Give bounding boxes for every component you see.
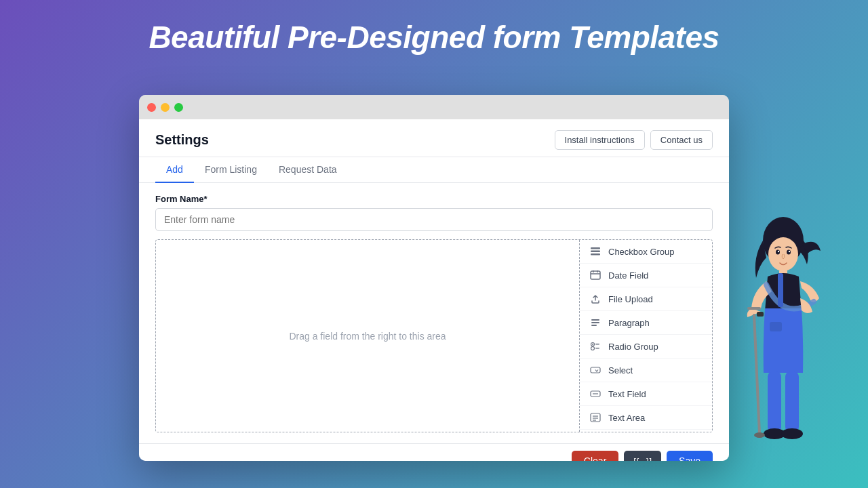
dot-yellow[interactable]	[161, 103, 170, 112]
character-illustration	[739, 203, 827, 488]
paragraph-icon	[589, 317, 601, 329]
svg-point-32	[781, 428, 803, 439]
field-text-field-label: Text Field	[608, 389, 646, 399]
field-radio-group[interactable]: Radio Group	[580, 335, 712, 359]
svg-rect-12	[595, 344, 599, 345]
hero-title: Beautiful Pre-Designed form Templates	[0, 0, 868, 56]
svg-rect-38	[770, 322, 782, 331]
titlebar	[139, 95, 729, 119]
svg-rect-29	[768, 371, 781, 432]
radio-group-icon	[589, 340, 601, 352]
field-date-field-label: Date Field	[608, 270, 648, 281]
svg-rect-8	[591, 322, 599, 323]
install-instructions-btn[interactable]: Install instructions	[555, 130, 645, 150]
svg-rect-1	[591, 251, 600, 253]
svg-rect-3	[591, 271, 600, 279]
tabs: Add Form Listing Request Data	[139, 157, 729, 183]
svg-point-23	[768, 237, 798, 271]
svg-point-35	[754, 432, 765, 438]
svg-rect-9	[591, 325, 597, 326]
field-date-field[interactable]: Date Field	[580, 264, 712, 287]
form-builder: Drag a field from the right to this area…	[155, 239, 713, 432]
contact-us-btn[interactable]: Contact us	[650, 130, 713, 150]
svg-point-27	[789, 251, 790, 252]
svg-rect-37	[778, 273, 783, 307]
date-field-icon	[589, 269, 601, 281]
field-text-area[interactable]: Text Area	[580, 406, 712, 430]
svg-point-11	[592, 344, 593, 345]
form-area: Form Name* Drag a field from the right t…	[139, 183, 729, 443]
text-area-icon	[589, 411, 601, 424]
field-radio-group-label: Radio Group	[608, 342, 658, 352]
svg-rect-2	[591, 253, 600, 256]
field-list: Checkbox Group Date Field File Upload	[580, 240, 712, 432]
json-btn[interactable]: [{...}]	[624, 451, 661, 461]
svg-line-33	[754, 315, 760, 434]
field-file-upload-label: File Upload	[608, 294, 653, 304]
svg-rect-30	[785, 371, 799, 432]
field-text-area-label: Text Area	[608, 413, 645, 423]
field-paragraph-label: Paragraph	[608, 318, 650, 328]
field-paragraph[interactable]: Paragraph	[580, 311, 712, 335]
dot-red[interactable]	[147, 103, 156, 112]
svg-rect-14	[595, 348, 599, 349]
field-checkbox-group[interactable]: Checkbox Group	[580, 240, 712, 264]
save-btn[interactable]: Save	[667, 451, 713, 461]
tab-request-data[interactable]: Request Data	[268, 157, 348, 183]
form-name-label: Form Name*	[155, 194, 713, 204]
svg-point-25	[787, 250, 791, 255]
svg-rect-36	[757, 312, 764, 317]
settings-title: Settings	[155, 132, 209, 148]
drop-hint: Drag a field from the right to this area	[289, 331, 446, 342]
tab-add[interactable]: Add	[155, 157, 194, 183]
text-field-icon	[589, 388, 601, 400]
field-checkbox-group-label: Checkbox Group	[608, 247, 675, 257]
select-icon	[589, 364, 601, 376]
svg-point-26	[778, 251, 779, 252]
checkbox-group-icon	[589, 245, 601, 258]
file-upload-icon	[589, 293, 601, 305]
svg-point-13	[591, 347, 595, 350]
clear-btn[interactable]: Clear	[572, 451, 618, 461]
svg-point-24	[776, 250, 780, 255]
window-content: Settings Install instructions Contact us…	[139, 119, 729, 461]
action-bar: Clear [{...}] Save	[139, 443, 729, 461]
dot-green[interactable]	[174, 103, 183, 112]
svg-rect-7	[591, 319, 599, 321]
header-buttons: Install instructions Contact us	[555, 130, 713, 150]
settings-header: Settings Install instructions Contact us	[139, 119, 729, 157]
form-name-input[interactable]	[155, 208, 713, 231]
tab-form-listing[interactable]: Form Listing	[194, 157, 268, 183]
svg-rect-0	[591, 247, 600, 249]
field-text-field[interactable]: Text Field	[580, 382, 712, 406]
app-window: Settings Install instructions Contact us…	[139, 95, 729, 461]
drop-zone[interactable]: Drag a field from the right to this area	[156, 240, 580, 432]
field-select-label: Select	[608, 365, 633, 375]
field-select[interactable]: Select	[580, 359, 712, 382]
field-file-upload[interactable]: File Upload	[580, 287, 712, 311]
